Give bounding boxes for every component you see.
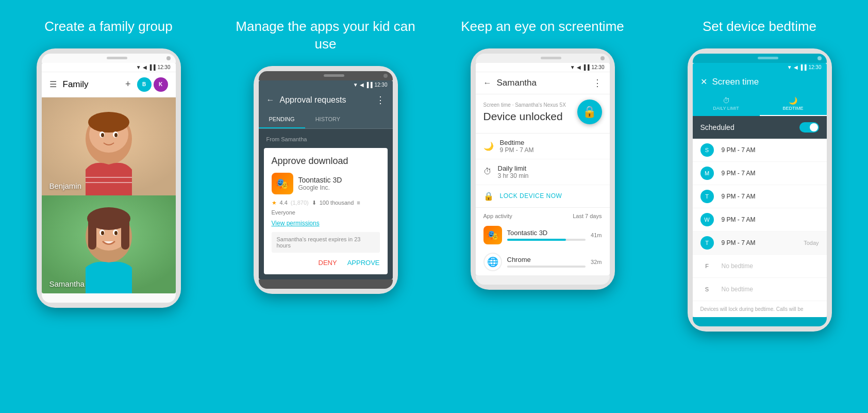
day-row-f[interactable]: F No bedtime <box>693 255 827 278</box>
samantha-label: Samantha <box>49 279 85 288</box>
tab-pending[interactable]: PENDING <box>259 111 305 128</box>
panel3-title: Keep an eye on screentime <box>461 18 624 36</box>
tab-history[interactable]: HISTORY <box>305 111 351 128</box>
approval-card: Approve download 🎭 Toontastic 3D Google … <box>264 148 388 274</box>
day-row-s2[interactable]: S No bedtime <box>693 278 827 301</box>
day-row-t2-today[interactable]: T 9 PM - 7 AM Today <box>693 232 827 255</box>
panel2-title: Manage the apps your kid can use <box>225 18 426 53</box>
scheduled-row: Scheduled <box>693 116 827 139</box>
day-row-t1[interactable]: T 9 PM - 7 AM <box>693 185 827 208</box>
more-icon-2[interactable]: ⋮ <box>376 94 385 106</box>
panel-bedtime: Set device bedtime ▼ ◀ ▐▐ 12:30 ✕ Screen… <box>651 0 868 413</box>
panel1-title: Create a family group <box>44 18 173 36</box>
app1-name: Toontastic 3D <box>507 229 586 237</box>
screen-time-title: Screen time <box>712 77 819 87</box>
device-status-section: Screen time · Samantha's Nexus 5X Device… <box>476 94 610 134</box>
svg-point-17 <box>114 231 118 235</box>
svg-point-7 <box>114 133 118 137</box>
panel4-title: Set device bedtime <box>703 18 816 36</box>
daily-limit-icon: ⏱ <box>483 167 492 176</box>
lock-icon: 🔒 <box>483 191 494 201</box>
bedtime-row: 🌙 Bedtime 9 PM - 7 AM <box>476 134 610 159</box>
view-permissions-link[interactable]: View permissions <box>272 220 380 227</box>
lock-fab[interactable]: 🔒 <box>577 100 602 124</box>
panel-screentime: Keep an eye on screentime ▼ ◀ ▐▐ 12:30 ←… <box>434 0 651 413</box>
svg-point-16 <box>101 231 104 235</box>
app-icon: 🎭 <box>272 173 293 194</box>
from-label: From Samantha <box>259 129 393 145</box>
back-icon-3[interactable]: ← <box>483 78 492 88</box>
activity-row-1: 🎭 Toontastic 3D 41m <box>476 222 610 249</box>
panel-family: Create a family group ▼ ◀ ▐▐ 12:30 ☰ Fam… <box>0 0 217 413</box>
family-title: Family <box>63 79 119 90</box>
screentime-app-bar: ✕ Screen time <box>693 72 827 92</box>
app2-name: Chrome <box>507 256 586 263</box>
svg-rect-12 <box>88 219 96 250</box>
phone1: ▼ ◀ ▐▐ 12:30 ☰ Family + B K <box>37 48 181 308</box>
scheduled-label: Scheduled <box>700 123 799 131</box>
svg-point-3 <box>88 112 129 133</box>
app-meta: ★ 4.4 (1,870) ⬇ 100 thousand ≡ Everyone <box>272 200 380 216</box>
app1-time: 41m <box>591 232 602 238</box>
more-icon-3[interactable]: ⋮ <box>593 77 602 89</box>
benjamin-label: Benjamin <box>49 181 82 190</box>
app-developer: Google Inc. <box>298 184 342 191</box>
panel-apps: Manage the apps your kid can use ▼ ◀ ▐▐ … <box>217 0 434 413</box>
samantha-photo[interactable]: Samantha <box>42 195 176 293</box>
activity-row-2: 🌐 Chrome 32m <box>476 249 610 275</box>
approval-title: Approval requests <box>280 95 371 105</box>
toggle-switch[interactable] <box>799 122 819 133</box>
status-bar-1: ▼ ◀ ▐▐ 12:30 <box>42 63 176 72</box>
day-row-m[interactable]: M 9 PM - 7 AM <box>693 162 827 185</box>
status-bar-2: ▼ ◀ ▐▐ 12:30 <box>259 80 393 89</box>
day-row-s1[interactable]: S 9 PM - 7 AM <box>693 139 827 162</box>
menu-icon[interactable]: ☰ <box>49 79 57 89</box>
lock-now-text[interactable]: LOCK DEVICE NOW <box>500 192 562 200</box>
approval-app-bar: ← Approval requests ⋮ <box>259 89 393 111</box>
daily-limit-label: Daily limit <box>498 164 529 172</box>
phone3: ▼ ◀ ▐▐ 12:30 ← Samantha ⋮ Screen time · … <box>471 48 615 290</box>
back-icon-2[interactable]: ← <box>266 95 275 105</box>
approve-button[interactable]: APPROVE <box>347 259 380 267</box>
samantha-profile-name: Samantha <box>497 78 588 88</box>
activity-header: App activity Last 7 days <box>476 208 610 222</box>
family-app-bar: ☰ Family + B K <box>42 72 176 97</box>
tab-bedtime[interactable]: 🌙 BEDTIME <box>760 92 827 116</box>
phone2: ▼ ◀ ▐▐ 12:30 ← Approval requests ⋮ PENDI… <box>254 66 398 294</box>
tab-daily-limit[interactable]: ⏱ DAILY LIMIT <box>693 92 760 116</box>
app2-time: 32m <box>591 259 602 265</box>
status-bar-3: ▼ ◀ ▐▐ 12:30 <box>476 63 610 72</box>
svg-point-6 <box>101 133 104 137</box>
add-icon[interactable]: + <box>125 79 131 90</box>
deny-button[interactable]: DENY <box>319 259 337 267</box>
bedtime-icon: 🌙 <box>483 141 494 151</box>
status-bar-4: ▼ ◀ ▐▐ 12:30 <box>693 63 827 72</box>
phone4: ▼ ◀ ▐▐ 12:30 ✕ Screen time ⏱ DAILY LIMIT… <box>688 48 832 332</box>
benjamin-photo[interactable]: Benjamin <box>42 97 176 195</box>
today-badge: Today <box>804 240 819 246</box>
bedtime-label: Bedtime <box>500 139 534 146</box>
day-row-w[interactable]: W 9 PM - 7 AM <box>693 208 827 232</box>
footer-note: Devices will lock during bedtime. Calls … <box>693 301 827 317</box>
samantha-app-bar: ← Samantha ⋮ <box>476 72 610 94</box>
expiry-note: Samantha's request expires in 23 hours <box>272 232 380 253</box>
app-name: Toontastic 3D <box>298 176 342 184</box>
lock-now-row[interactable]: 🔒 LOCK DEVICE NOW <box>476 185 610 208</box>
daily-limit-row: ⏱ Daily limit 3 hr 30 min <box>476 159 610 185</box>
svg-rect-13 <box>121 219 129 250</box>
approve-download-title: Approve download <box>272 156 380 167</box>
bedtime-value: 9 PM - 7 AM <box>500 146 534 154</box>
close-icon-4[interactable]: ✕ <box>700 77 707 87</box>
daily-limit-value: 3 hr 30 min <box>498 172 529 179</box>
